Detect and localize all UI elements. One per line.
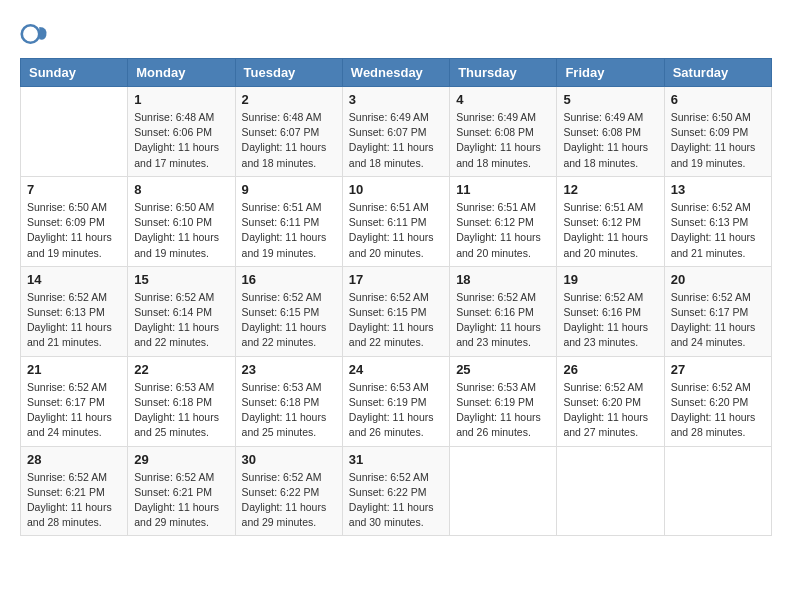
day-info: Sunrise: 6:52 AMSunset: 6:14 PMDaylight:… <box>134 290 228 351</box>
day-number: 23 <box>242 362 336 377</box>
day-number: 8 <box>134 182 228 197</box>
day-info: Sunrise: 6:48 AMSunset: 6:06 PMDaylight:… <box>134 110 228 171</box>
day-number: 4 <box>456 92 550 107</box>
day-number: 9 <box>242 182 336 197</box>
day-number: 10 <box>349 182 443 197</box>
calendar-cell: 5Sunrise: 6:49 AMSunset: 6:08 PMDaylight… <box>557 87 664 177</box>
calendar-cell: 29Sunrise: 6:52 AMSunset: 6:21 PMDayligh… <box>128 446 235 536</box>
day-number: 16 <box>242 272 336 287</box>
day-info: Sunrise: 6:48 AMSunset: 6:07 PMDaylight:… <box>242 110 336 171</box>
calendar-week-row: 28Sunrise: 6:52 AMSunset: 6:21 PMDayligh… <box>21 446 772 536</box>
day-number: 25 <box>456 362 550 377</box>
day-number: 28 <box>27 452 121 467</box>
calendar-cell: 19Sunrise: 6:52 AMSunset: 6:16 PMDayligh… <box>557 266 664 356</box>
calendar-cell: 4Sunrise: 6:49 AMSunset: 6:08 PMDaylight… <box>450 87 557 177</box>
day-info: Sunrise: 6:52 AMSunset: 6:21 PMDaylight:… <box>134 470 228 531</box>
calendar-cell: 7Sunrise: 6:50 AMSunset: 6:09 PMDaylight… <box>21 176 128 266</box>
calendar-cell: 27Sunrise: 6:52 AMSunset: 6:20 PMDayligh… <box>664 356 771 446</box>
calendar-cell: 11Sunrise: 6:51 AMSunset: 6:12 PMDayligh… <box>450 176 557 266</box>
calendar-cell <box>450 446 557 536</box>
logo-icon <box>20 20 48 48</box>
day-info: Sunrise: 6:51 AMSunset: 6:12 PMDaylight:… <box>563 200 657 261</box>
logo <box>20 20 52 48</box>
day-number: 29 <box>134 452 228 467</box>
calendar-cell <box>557 446 664 536</box>
day-number: 19 <box>563 272 657 287</box>
calendar-header-row: SundayMondayTuesdayWednesdayThursdayFrid… <box>21 59 772 87</box>
calendar-cell: 3Sunrise: 6:49 AMSunset: 6:07 PMDaylight… <box>342 87 449 177</box>
day-info: Sunrise: 6:51 AMSunset: 6:11 PMDaylight:… <box>242 200 336 261</box>
svg-point-0 <box>22 25 40 43</box>
day-number: 22 <box>134 362 228 377</box>
day-number: 18 <box>456 272 550 287</box>
day-number: 15 <box>134 272 228 287</box>
day-info: Sunrise: 6:49 AMSunset: 6:07 PMDaylight:… <box>349 110 443 171</box>
day-info: Sunrise: 6:52 AMSunset: 6:17 PMDaylight:… <box>27 380 121 441</box>
calendar-cell: 12Sunrise: 6:51 AMSunset: 6:12 PMDayligh… <box>557 176 664 266</box>
day-number: 12 <box>563 182 657 197</box>
day-number: 20 <box>671 272 765 287</box>
day-info: Sunrise: 6:52 AMSunset: 6:22 PMDaylight:… <box>242 470 336 531</box>
calendar-cell: 20Sunrise: 6:52 AMSunset: 6:17 PMDayligh… <box>664 266 771 356</box>
day-info: Sunrise: 6:53 AMSunset: 6:18 PMDaylight:… <box>242 380 336 441</box>
calendar-cell: 17Sunrise: 6:52 AMSunset: 6:15 PMDayligh… <box>342 266 449 356</box>
day-number: 3 <box>349 92 443 107</box>
day-info: Sunrise: 6:52 AMSunset: 6:13 PMDaylight:… <box>671 200 765 261</box>
day-info: Sunrise: 6:52 AMSunset: 6:22 PMDaylight:… <box>349 470 443 531</box>
calendar-cell: 15Sunrise: 6:52 AMSunset: 6:14 PMDayligh… <box>128 266 235 356</box>
day-number: 5 <box>563 92 657 107</box>
calendar-cell: 30Sunrise: 6:52 AMSunset: 6:22 PMDayligh… <box>235 446 342 536</box>
calendar-cell: 22Sunrise: 6:53 AMSunset: 6:18 PMDayligh… <box>128 356 235 446</box>
calendar-cell: 2Sunrise: 6:48 AMSunset: 6:07 PMDaylight… <box>235 87 342 177</box>
calendar-table: SundayMondayTuesdayWednesdayThursdayFrid… <box>20 58 772 536</box>
calendar-cell: 23Sunrise: 6:53 AMSunset: 6:18 PMDayligh… <box>235 356 342 446</box>
day-number: 31 <box>349 452 443 467</box>
calendar-cell: 9Sunrise: 6:51 AMSunset: 6:11 PMDaylight… <box>235 176 342 266</box>
weekday-header-sunday: Sunday <box>21 59 128 87</box>
calendar-cell: 8Sunrise: 6:50 AMSunset: 6:10 PMDaylight… <box>128 176 235 266</box>
day-info: Sunrise: 6:52 AMSunset: 6:17 PMDaylight:… <box>671 290 765 351</box>
calendar-cell: 24Sunrise: 6:53 AMSunset: 6:19 PMDayligh… <box>342 356 449 446</box>
day-number: 1 <box>134 92 228 107</box>
day-number: 27 <box>671 362 765 377</box>
day-info: Sunrise: 6:53 AMSunset: 6:18 PMDaylight:… <box>134 380 228 441</box>
calendar-cell <box>664 446 771 536</box>
calendar-cell: 13Sunrise: 6:52 AMSunset: 6:13 PMDayligh… <box>664 176 771 266</box>
day-info: Sunrise: 6:50 AMSunset: 6:09 PMDaylight:… <box>671 110 765 171</box>
day-info: Sunrise: 6:52 AMSunset: 6:15 PMDaylight:… <box>349 290 443 351</box>
day-info: Sunrise: 6:52 AMSunset: 6:15 PMDaylight:… <box>242 290 336 351</box>
calendar-cell: 1Sunrise: 6:48 AMSunset: 6:06 PMDaylight… <box>128 87 235 177</box>
calendar-cell: 10Sunrise: 6:51 AMSunset: 6:11 PMDayligh… <box>342 176 449 266</box>
day-info: Sunrise: 6:52 AMSunset: 6:21 PMDaylight:… <box>27 470 121 531</box>
calendar-cell: 28Sunrise: 6:52 AMSunset: 6:21 PMDayligh… <box>21 446 128 536</box>
calendar-cell: 25Sunrise: 6:53 AMSunset: 6:19 PMDayligh… <box>450 356 557 446</box>
calendar-week-row: 14Sunrise: 6:52 AMSunset: 6:13 PMDayligh… <box>21 266 772 356</box>
day-number: 11 <box>456 182 550 197</box>
calendar-week-row: 7Sunrise: 6:50 AMSunset: 6:09 PMDaylight… <box>21 176 772 266</box>
calendar-cell: 6Sunrise: 6:50 AMSunset: 6:09 PMDaylight… <box>664 87 771 177</box>
day-info: Sunrise: 6:51 AMSunset: 6:11 PMDaylight:… <box>349 200 443 261</box>
day-info: Sunrise: 6:52 AMSunset: 6:16 PMDaylight:… <box>456 290 550 351</box>
day-number: 21 <box>27 362 121 377</box>
day-info: Sunrise: 6:53 AMSunset: 6:19 PMDaylight:… <box>349 380 443 441</box>
calendar-week-row: 21Sunrise: 6:52 AMSunset: 6:17 PMDayligh… <box>21 356 772 446</box>
day-number: 30 <box>242 452 336 467</box>
weekday-header-thursday: Thursday <box>450 59 557 87</box>
day-number: 24 <box>349 362 443 377</box>
day-info: Sunrise: 6:52 AMSunset: 6:20 PMDaylight:… <box>563 380 657 441</box>
day-number: 26 <box>563 362 657 377</box>
day-info: Sunrise: 6:52 AMSunset: 6:13 PMDaylight:… <box>27 290 121 351</box>
day-info: Sunrise: 6:53 AMSunset: 6:19 PMDaylight:… <box>456 380 550 441</box>
day-info: Sunrise: 6:49 AMSunset: 6:08 PMDaylight:… <box>456 110 550 171</box>
day-number: 2 <box>242 92 336 107</box>
page-header <box>20 20 772 48</box>
day-info: Sunrise: 6:50 AMSunset: 6:10 PMDaylight:… <box>134 200 228 261</box>
day-number: 17 <box>349 272 443 287</box>
calendar-cell: 26Sunrise: 6:52 AMSunset: 6:20 PMDayligh… <box>557 356 664 446</box>
day-number: 7 <box>27 182 121 197</box>
day-number: 13 <box>671 182 765 197</box>
calendar-cell: 16Sunrise: 6:52 AMSunset: 6:15 PMDayligh… <box>235 266 342 356</box>
weekday-header-tuesday: Tuesday <box>235 59 342 87</box>
calendar-week-row: 1Sunrise: 6:48 AMSunset: 6:06 PMDaylight… <box>21 87 772 177</box>
calendar-cell: 18Sunrise: 6:52 AMSunset: 6:16 PMDayligh… <box>450 266 557 356</box>
